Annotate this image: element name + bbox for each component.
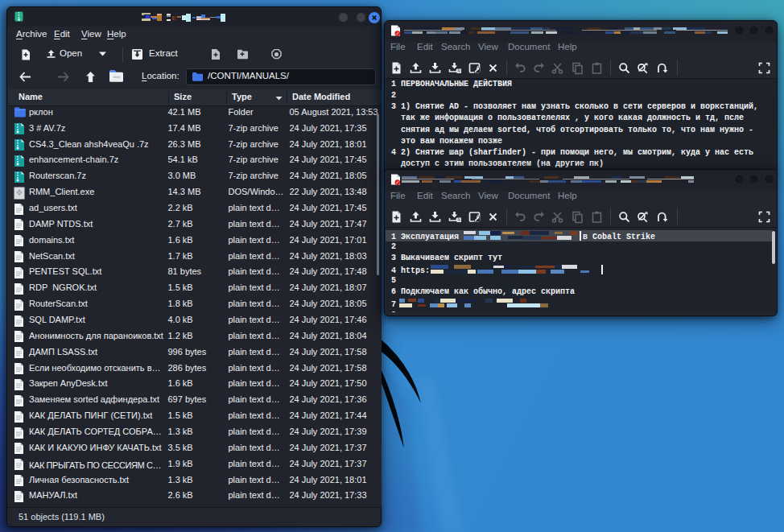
svg-text:N: N (458, 69, 460, 73)
svg-text:N: N (458, 218, 460, 222)
